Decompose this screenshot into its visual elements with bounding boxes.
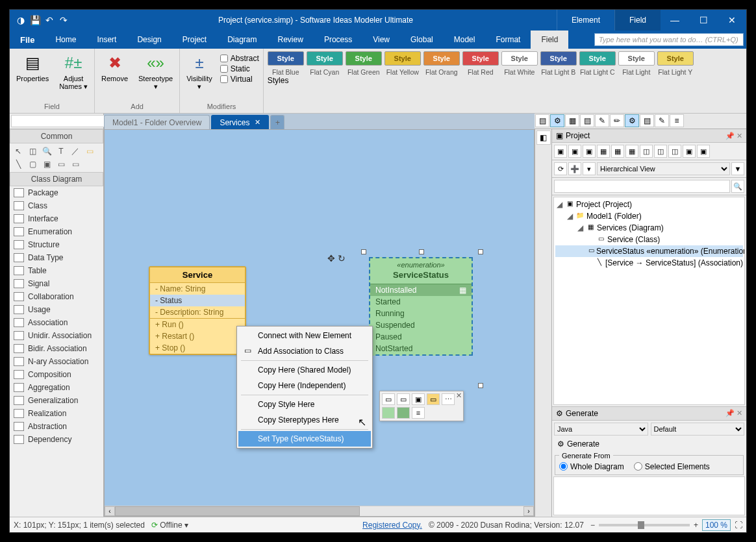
field-row-selected[interactable]: - Status xyxy=(150,295,245,306)
virtual-check[interactable]: Virtual xyxy=(220,75,259,84)
mini-btn[interactable] xyxy=(397,407,410,419)
scroll-left-icon[interactable]: ‹ xyxy=(105,506,115,516)
tb-btn[interactable]: ▣ xyxy=(568,145,581,158)
registered-link[interactable]: Registered Copy. xyxy=(362,521,422,530)
radio-whole[interactable]: Whole Diagram xyxy=(559,462,624,471)
field-row[interactable]: - Description: String xyxy=(150,306,245,318)
mini-btn[interactable]: ▭ xyxy=(427,393,440,405)
enum-item[interactable]: Paused xyxy=(370,331,472,343)
radio-selected[interactable]: Selected Elements xyxy=(634,462,710,471)
menu-global[interactable]: Global xyxy=(400,31,444,49)
tree-node-class[interactable]: ▭Service (Class) xyxy=(555,234,743,245)
menu-review[interactable]: Review xyxy=(268,31,314,49)
mini-btn[interactable]: ▣ xyxy=(412,393,425,405)
enum-item[interactable]: NotStarted xyxy=(370,343,472,354)
save-icon[interactable]: 💾 xyxy=(29,14,41,26)
style-swatch[interactable]: Style xyxy=(501,51,538,66)
zoom-out-button[interactable]: − xyxy=(590,521,595,530)
ctx-copy-stereotypes[interactable]: Copy Stereptypes Here xyxy=(238,412,371,428)
tb-btn[interactable]: ▦ xyxy=(611,145,624,158)
doc-tab-services[interactable]: Services✕ xyxy=(211,115,269,129)
sidebar-btn[interactable]: ✎ xyxy=(595,114,609,127)
sidebar-btn[interactable]: ▤ xyxy=(580,114,594,127)
gear-icon[interactable]: ⚙ xyxy=(625,114,639,127)
enum-item[interactable]: Suspended xyxy=(370,319,472,331)
line-tool[interactable]: ／ xyxy=(69,146,81,156)
move-handle-icon[interactable]: ✥ ↻ xyxy=(327,253,346,264)
frame-tool[interactable]: ▣ xyxy=(41,159,53,169)
menu-design[interactable]: Design xyxy=(127,31,171,49)
zoom-tool[interactable]: 🔍 xyxy=(41,146,53,156)
ctx-connect[interactable]: Connect with New Element xyxy=(238,328,371,343)
tb-btn[interactable]: ▣ xyxy=(697,145,710,158)
toolbox-item[interactable]: Unidir. Association xyxy=(10,329,103,342)
toolbox-item[interactable]: N-ary Association xyxy=(10,355,103,368)
selection-handle[interactable] xyxy=(478,383,483,388)
zoom-in-button[interactable]: + xyxy=(694,521,698,530)
undo-icon[interactable]: ↶ xyxy=(44,14,55,26)
tree-node-diagram[interactable]: ◢▦Services (Diagram) xyxy=(555,222,743,234)
minimize-button[interactable]: — xyxy=(661,10,689,31)
template-select[interactable]: Default xyxy=(651,423,745,436)
command-search[interactable]: Type here what you want to do… (CTRL+Q) xyxy=(594,33,744,46)
field-row[interactable]: - Name: String xyxy=(150,283,245,295)
toolbox-item[interactable]: Abstraction xyxy=(10,420,103,433)
horizontal-scrollbar[interactable]: ‹ › xyxy=(105,506,534,516)
menu-home[interactable]: Home xyxy=(45,31,86,49)
selection-handle[interactable] xyxy=(478,249,483,254)
filter-icon[interactable]: ▼ xyxy=(731,162,744,175)
ctx-set-type[interactable]: Set Type (ServiceStatus) xyxy=(238,431,371,447)
op-row[interactable]: + Run () xyxy=(150,319,245,330)
toolbox-item[interactable]: Class xyxy=(10,199,103,212)
mini-btn[interactable]: ▭ xyxy=(397,393,410,405)
toolbox-common-header[interactable]: Common xyxy=(10,129,103,143)
generate-button[interactable]: ⚙Generate xyxy=(552,437,746,450)
tree-node-enum[interactable]: ▭ServiceStatus «enumeration» (Enumeratio… xyxy=(555,245,743,257)
enum-item-selected[interactable]: NotInstalled▦ xyxy=(370,284,472,296)
style-swatch[interactable]: Style xyxy=(540,51,577,66)
connector-tool[interactable]: ╲ xyxy=(12,159,24,169)
tree-node-assoc[interactable]: ╲[Service → ServiceStatus] (Association) xyxy=(555,257,743,269)
toolbox-item[interactable]: Enumeration xyxy=(10,225,103,238)
close-icon[interactable]: ✕ xyxy=(456,391,462,400)
class-service[interactable]: Service - Name: String - Status - Descri… xyxy=(149,266,246,355)
sidebar-btn[interactable]: ✎ xyxy=(655,114,669,127)
new-tab-button[interactable]: + xyxy=(270,115,284,129)
tb-btn[interactable]: ▣ xyxy=(583,145,596,158)
ctx-add-association[interactable]: ▭Add Association to Class xyxy=(238,343,371,359)
style-swatch[interactable]: Style xyxy=(307,51,343,66)
project-search-input[interactable] xyxy=(554,180,730,193)
enum-item[interactable]: Running xyxy=(370,308,472,319)
style-swatch[interactable]: Style xyxy=(423,51,460,66)
toolbox-classdiag-header[interactable]: Class Diagram xyxy=(10,172,103,186)
view-select[interactable]: Hierarchical View xyxy=(597,162,730,175)
toolbox-item[interactable]: Aggregation xyxy=(10,381,103,394)
toolbox-item[interactable]: Generalization xyxy=(10,394,103,407)
slider-thumb[interactable] xyxy=(638,521,644,529)
sidebar-btn[interactable]: ▤ xyxy=(535,114,549,127)
tree-node-root[interactable]: ◢▣Project (Project) xyxy=(555,199,743,210)
more-icon[interactable]: ⋯ xyxy=(442,393,455,405)
stereotype-button[interactable]: «»Stereotype ▾ xyxy=(136,51,175,92)
menu-view[interactable]: View xyxy=(362,31,400,49)
scroll-right-icon[interactable]: › xyxy=(523,506,534,516)
toolbox-search-input[interactable] xyxy=(11,115,107,127)
style-swatch[interactable]: Style xyxy=(384,51,421,66)
group-tool[interactable]: ▭ xyxy=(55,159,67,169)
add-icon[interactable]: ➕ xyxy=(568,162,581,175)
remove-button[interactable]: ✖Remove xyxy=(99,51,131,84)
maximize-button[interactable]: ☐ xyxy=(689,10,718,31)
pin-icon[interactable]: 📌 ✕ xyxy=(725,132,742,140)
mini-btn[interactable]: ▭ xyxy=(382,393,395,405)
strip-btn[interactable]: ◧ xyxy=(536,130,551,145)
menu-file[interactable]: File xyxy=(10,31,45,49)
sidebar-btn[interactable]: ≡ xyxy=(670,114,684,127)
op-row[interactable]: + Restart () xyxy=(150,330,245,342)
close-tab-icon[interactable]: ✕ xyxy=(255,118,260,127)
pin-icon[interactable]: 📌 ✕ xyxy=(725,409,742,417)
sidebar-btn[interactable]: ▤ xyxy=(640,114,654,127)
toolbox-item[interactable]: Realization xyxy=(10,407,103,420)
pointer-tool[interactable]: ↖ xyxy=(12,146,24,156)
adjust-names-button[interactable]: #±Adjust Names ▾ xyxy=(57,51,90,92)
tab-element[interactable]: Element xyxy=(557,10,614,31)
